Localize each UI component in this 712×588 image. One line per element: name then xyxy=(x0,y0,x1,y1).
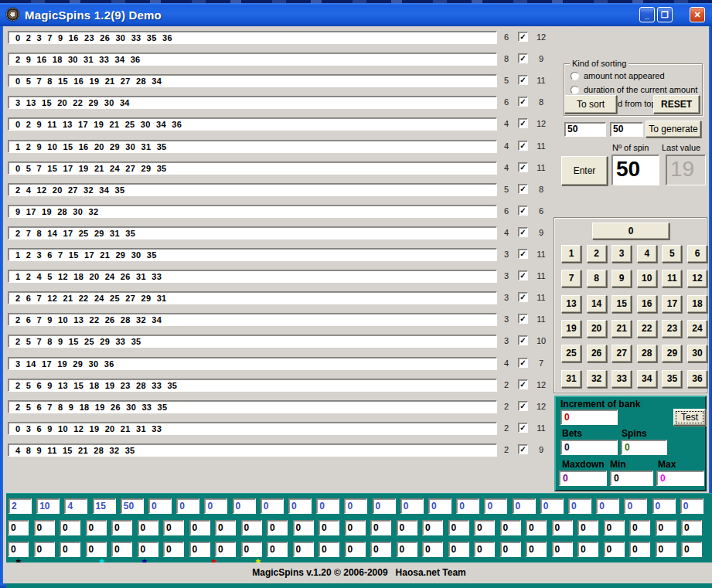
counter-cell[interactable]: 0 xyxy=(422,520,443,535)
number-button-28[interactable]: 28 xyxy=(637,345,657,362)
spin-sequence-field[interactable]: 2 6 7 9 10 13 22 26 28 32 34 xyxy=(8,313,497,326)
number-button-7[interactable]: 7 xyxy=(561,270,581,287)
bet-amount-cell[interactable]: 0 xyxy=(456,498,479,514)
number-button-18[interactable]: 18 xyxy=(687,295,707,313)
spin-sequence-field[interactable]: 2 5 6 7 8 9 18 19 26 30 33 35 xyxy=(8,400,497,413)
min-field[interactable]: 0 xyxy=(610,471,653,486)
spin-sequence-field[interactable]: 0 2 9 11 13 17 19 21 25 30 34 36 xyxy=(8,117,497,131)
number-button-10[interactable]: 10 xyxy=(637,270,657,287)
bet-amount-cell[interactable]: 10 xyxy=(36,498,60,514)
number-button-16[interactable]: 16 xyxy=(637,295,657,313)
spin-sequence-field[interactable]: 2 6 7 12 21 22 24 25 27 29 31 xyxy=(8,291,497,304)
counter-cell[interactable]: 0 xyxy=(526,520,547,535)
number-button-14[interactable]: 14 xyxy=(587,295,607,313)
counter-cell[interactable]: 0 xyxy=(111,542,132,557)
counter-cell[interactable]: 0 xyxy=(138,542,158,557)
max-field[interactable]: 0 xyxy=(656,471,704,486)
spin-sequence-field[interactable]: 0 5 7 8 15 16 19 21 27 28 34 xyxy=(8,74,497,87)
row-checkbox[interactable]: ✓ xyxy=(518,379,528,389)
spin-sequence-field[interactable]: 1 2 3 6 7 15 17 21 29 30 35 xyxy=(8,248,497,261)
counter-cell[interactable]: 0 xyxy=(448,520,469,535)
row-checkbox[interactable]: ✓ xyxy=(518,423,528,433)
counter-cell[interactable]: 0 xyxy=(500,542,521,557)
row-checkbox[interactable]: ✓ xyxy=(518,335,528,345)
maxdown-field[interactable]: 0 xyxy=(559,471,607,486)
bet-amount-cell[interactable]: 0 xyxy=(148,498,172,514)
number-button-5[interactable]: 5 xyxy=(662,245,682,263)
counter-cell[interactable]: 0 xyxy=(577,542,598,557)
spin-sequence-field[interactable]: 4 8 9 11 15 21 28 32 35 xyxy=(8,444,497,457)
counter-cell[interactable]: 0 xyxy=(293,542,314,557)
test-button[interactable]: Test xyxy=(673,409,706,426)
counter-cell[interactable]: 0 xyxy=(656,542,676,557)
to-generate-button[interactable]: To generate xyxy=(646,121,701,138)
counter-cell[interactable]: 0 xyxy=(267,542,288,557)
number-button-22[interactable]: 22 xyxy=(637,320,657,338)
counter-cell[interactable]: 0 xyxy=(370,520,391,535)
bet-amount-cell[interactable]: 0 xyxy=(204,498,227,514)
row-checkbox[interactable]: ✓ xyxy=(518,32,528,42)
counter-cell[interactable]: 0 xyxy=(604,520,625,535)
number-button-1[interactable]: 1 xyxy=(561,245,581,263)
counter-cell[interactable]: 0 xyxy=(474,520,495,535)
counter-cell[interactable]: 0 xyxy=(60,542,80,557)
bet-amount-cell[interactable]: 0 xyxy=(652,498,676,514)
row-checkbox[interactable]: ✓ xyxy=(518,118,528,128)
generate-count-input-1[interactable]: 50 xyxy=(564,122,606,137)
to-sort-button[interactable]: To sort xyxy=(564,95,617,114)
spins-field[interactable]: 0 xyxy=(621,440,667,455)
row-checkbox[interactable]: ✓ xyxy=(518,206,528,216)
row-checkbox[interactable]: ✓ xyxy=(518,227,528,237)
row-checkbox[interactable]: ✓ xyxy=(518,444,528,454)
row-checkbox[interactable]: ✓ xyxy=(518,401,528,411)
bet-amount-cell[interactable]: 0 xyxy=(261,498,284,514)
counter-cell[interactable]: 0 xyxy=(293,520,314,535)
number-button-11[interactable]: 11 xyxy=(662,270,682,287)
number-button-8[interactable]: 8 xyxy=(587,270,607,287)
counter-cell[interactable]: 0 xyxy=(189,520,210,535)
close-button[interactable]: ✕ xyxy=(690,7,705,22)
counter-cell[interactable]: 0 xyxy=(86,542,107,557)
counter-cell[interactable]: 0 xyxy=(163,542,184,557)
counter-cell[interactable]: 0 xyxy=(138,520,158,535)
radio-circle-icon[interactable] xyxy=(571,86,579,94)
spin-sequence-field[interactable]: 0 2 3 7 9 16 23 26 30 33 35 36 xyxy=(8,31,497,44)
number-button-3[interactable]: 3 xyxy=(612,245,632,263)
counter-cell[interactable]: 0 xyxy=(604,542,625,557)
number-button-29[interactable]: 29 xyxy=(662,345,682,362)
bet-amount-cell[interactable]: 2 xyxy=(9,498,32,514)
counter-cell[interactable]: 0 xyxy=(189,542,210,557)
counter-cell[interactable]: 0 xyxy=(681,520,702,535)
number-button-21[interactable]: 21 xyxy=(612,320,632,338)
radio-amount-not-appeared[interactable]: amount not appeared xyxy=(571,71,665,81)
number-button-31[interactable]: 31 xyxy=(561,370,581,388)
spin-sequence-field[interactable]: 1 2 9 10 15 16 20 29 30 31 35 xyxy=(8,140,497,153)
number-button-13[interactable]: 13 xyxy=(561,295,581,313)
bets-field[interactable]: 0 xyxy=(560,440,618,455)
spin-sequence-field[interactable]: 2 7 8 14 17 25 29 31 35 xyxy=(8,226,497,240)
counter-cell[interactable]: 0 xyxy=(552,542,573,557)
counter-cell[interactable]: 0 xyxy=(8,520,29,535)
counter-cell[interactable]: 0 xyxy=(163,520,184,535)
bet-amount-cell[interactable]: 0 xyxy=(568,498,591,514)
spin-sequence-field[interactable]: 2 5 6 9 13 15 18 19 23 28 33 35 xyxy=(8,379,497,392)
bet-amount-cell[interactable]: 0 xyxy=(288,498,312,514)
counter-cell[interactable]: 0 xyxy=(474,542,495,557)
number-button-24[interactable]: 24 xyxy=(687,320,707,338)
counter-cell[interactable]: 0 xyxy=(552,520,573,535)
number-button-9[interactable]: 9 xyxy=(612,270,632,287)
number-button-25[interactable]: 25 xyxy=(561,345,581,362)
bet-amount-cell[interactable]: 0 xyxy=(373,498,396,514)
counter-cell[interactable]: 0 xyxy=(500,520,521,535)
counter-cell[interactable]: 0 xyxy=(681,542,702,557)
number-button-36[interactable]: 36 xyxy=(687,370,707,388)
counter-cell[interactable]: 0 xyxy=(577,520,598,535)
spin-sequence-field[interactable]: 3 13 15 20 22 29 30 34 xyxy=(8,96,497,109)
counter-cell[interactable]: 0 xyxy=(629,542,650,557)
counter-cell[interactable]: 0 xyxy=(34,520,55,535)
increment-of-bank-field[interactable]: 0 xyxy=(560,410,618,425)
row-checkbox[interactable]: ✓ xyxy=(518,141,528,151)
counter-cell[interactable]: 0 xyxy=(86,520,107,535)
enter-button[interactable]: Enter xyxy=(561,156,608,185)
bet-amount-cell[interactable]: 0 xyxy=(596,498,619,514)
